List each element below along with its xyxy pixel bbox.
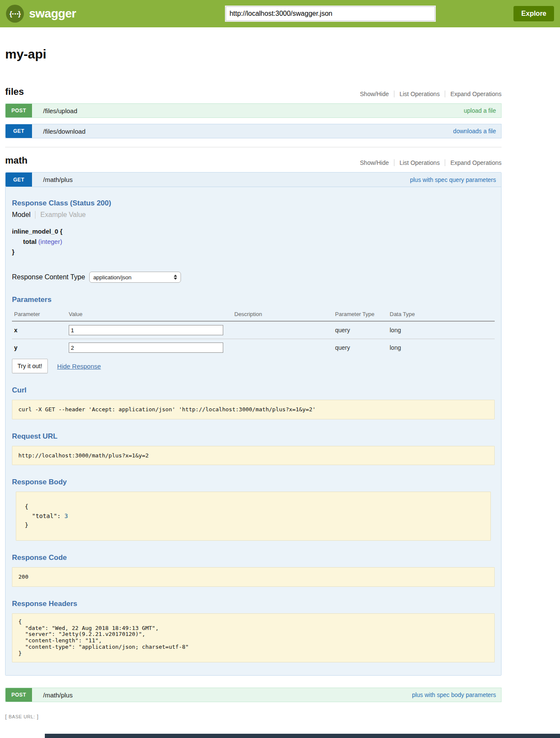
request-url-heading: Request URL xyxy=(12,432,495,441)
parameter-value-input-x[interactable] xyxy=(69,325,223,335)
http-method-badge: POST xyxy=(6,104,32,117)
expand-operations-link[interactable]: Expand Operations xyxy=(445,159,502,166)
curl-command: curl -X GET --header 'Accept: applicatio… xyxy=(18,405,488,414)
parameter-type: query xyxy=(335,327,390,334)
request-url-value: http://localhost:3000/math/plus?x=1&y=2 xyxy=(18,451,488,460)
response-content-type-label: Response Content Type xyxy=(12,273,85,281)
response-headers-heading: Response Headers xyxy=(12,600,495,608)
response-class-heading: Response Class (Status 200) xyxy=(12,199,495,208)
model-close-brace: } xyxy=(12,247,495,257)
http-method-badge: GET xyxy=(6,173,32,187)
base-url-footer: [ BASE URL: ] xyxy=(5,713,560,720)
model-tabs: Model Example Value xyxy=(12,211,495,219)
curl-heading: Curl xyxy=(12,386,495,395)
col-parameter-type: Parameter Type xyxy=(335,311,390,317)
explore-button[interactable]: Explore xyxy=(513,6,554,21)
response-code-value: 200 xyxy=(18,573,488,581)
section-math: math Show/Hide List Operations Expand Op… xyxy=(5,147,502,702)
try-it-out-button[interactable]: Try it out! xyxy=(12,359,48,373)
parameter-row-y: y query long xyxy=(12,339,495,356)
response-code-box: 200 xyxy=(12,567,495,587)
section-links-files: Show/Hide List Operations Expand Operati… xyxy=(355,91,502,97)
response-body-heading: Response Body xyxy=(12,478,495,486)
show-hide-link[interactable]: Show/Hide xyxy=(355,159,394,166)
section-files: files Show/Hide List Operations Expand O… xyxy=(5,79,502,138)
parameter-row-x: x query long xyxy=(12,322,495,339)
response-headers-json: { "date": "Wed, 22 Aug 2018 18:49:13 GMT… xyxy=(18,619,488,657)
select-arrows-icon xyxy=(174,275,177,280)
section-title-math: math xyxy=(5,155,28,166)
parameter-type: query xyxy=(335,344,390,351)
col-description: Description xyxy=(234,311,335,317)
expand-operations-link[interactable]: Expand Operations xyxy=(445,91,502,97)
list-operations-link[interactable]: List Operations xyxy=(394,159,445,166)
parameters-heading: Parameters xyxy=(12,296,495,304)
response-body-json: { "total": 3 } xyxy=(25,502,482,530)
parameter-value-input-y[interactable] xyxy=(69,343,223,353)
operation-post-math-plus: POST /math/plus plus with spec body para… xyxy=(5,688,502,702)
response-headers-box: { "date": "Wed, 22 Aug 2018 18:49:13 GMT… xyxy=(12,613,495,663)
operation-details-panel: Response Class (Status 200) Model Exampl… xyxy=(6,187,501,675)
top-header-bar: {⋯} swagger Explore xyxy=(0,0,560,27)
parameters-table: Parameter Value Description Parameter Ty… xyxy=(12,308,495,356)
parameters-header-row: Parameter Value Description Parameter Ty… xyxy=(12,308,495,322)
tab-model[interactable]: Model xyxy=(12,211,35,219)
operation-path-link[interactable]: /files/download xyxy=(43,128,85,135)
response-content-type-select[interactable]: application/json xyxy=(89,272,181,283)
hide-response-link[interactable]: Hide Response xyxy=(57,363,101,370)
operation-post-files-upload: POST /files/upload upload a file xyxy=(5,103,502,118)
swagger-url-input[interactable] xyxy=(226,6,435,21)
model-name: inline_model_0 { xyxy=(12,226,495,237)
request-url-box: http://localhost:3000/math/plus?x=1&y=2 xyxy=(12,446,495,466)
http-method-badge: GET xyxy=(6,124,32,138)
model-property-type: (integer) xyxy=(38,238,62,245)
swagger-logo-icon: {⋯} xyxy=(6,5,24,23)
response-body-number: 3 xyxy=(64,512,68,519)
operation-summary-link[interactable]: downloads a file xyxy=(453,128,496,135)
parameter-data-type: long xyxy=(390,344,495,351)
operation-get-files-download: GET /files/download downloads a file xyxy=(5,124,502,138)
response-code-heading: Response Code xyxy=(12,554,495,562)
col-parameter: Parameter xyxy=(14,311,69,317)
parameter-name: y xyxy=(14,344,69,351)
operation-row[interactable]: GET /math/plus plus with spec query para… xyxy=(6,173,501,187)
operation-row[interactable]: POST /math/plus plus with spec body para… xyxy=(5,688,502,702)
operation-summary-link[interactable]: plus with spec query parameters xyxy=(410,176,496,183)
curl-command-box: curl -X GET --header 'Accept: applicatio… xyxy=(12,400,495,419)
operation-summary-link[interactable]: upload a file xyxy=(464,107,496,114)
operation-get-math-plus: GET /math/plus plus with spec query para… xyxy=(5,172,502,676)
tab-example-value[interactable]: Example Value xyxy=(35,211,86,219)
model-signature: inline_model_0 { total (integer) } xyxy=(12,226,495,257)
brand[interactable]: {⋯} swagger xyxy=(6,5,185,23)
operation-row[interactable]: GET /files/download downloads a file xyxy=(5,124,502,138)
show-hide-link[interactable]: Show/Hide xyxy=(355,91,394,97)
footer-bar xyxy=(45,734,560,738)
base-url-label: BASE URL: xyxy=(9,714,35,719)
operation-path-link[interactable]: /math/plus xyxy=(43,176,73,183)
response-body-box: { "total": 3 } xyxy=(16,492,491,541)
col-value: Value xyxy=(69,311,234,317)
model-property-name: total xyxy=(23,238,37,245)
parameter-name: x xyxy=(14,327,69,334)
col-data-type: Data Type xyxy=(390,311,495,317)
selected-content-type: application/json xyxy=(93,274,174,281)
http-method-badge: POST xyxy=(6,688,32,702)
section-title-files: files xyxy=(5,86,24,97)
section-links-math: Show/Hide List Operations Expand Operati… xyxy=(355,159,502,166)
operation-path-link[interactable]: /math/plus xyxy=(43,691,73,699)
operation-summary-link[interactable]: plus with spec body parameters xyxy=(412,691,496,698)
operation-row[interactable]: POST /files/upload upload a file xyxy=(5,103,502,118)
page-title: my-api xyxy=(5,47,502,62)
parameter-data-type: long xyxy=(390,327,495,334)
brand-name: swagger xyxy=(29,7,76,20)
list-operations-link[interactable]: List Operations xyxy=(394,91,445,97)
operation-path-link[interactable]: /files/upload xyxy=(43,107,77,114)
